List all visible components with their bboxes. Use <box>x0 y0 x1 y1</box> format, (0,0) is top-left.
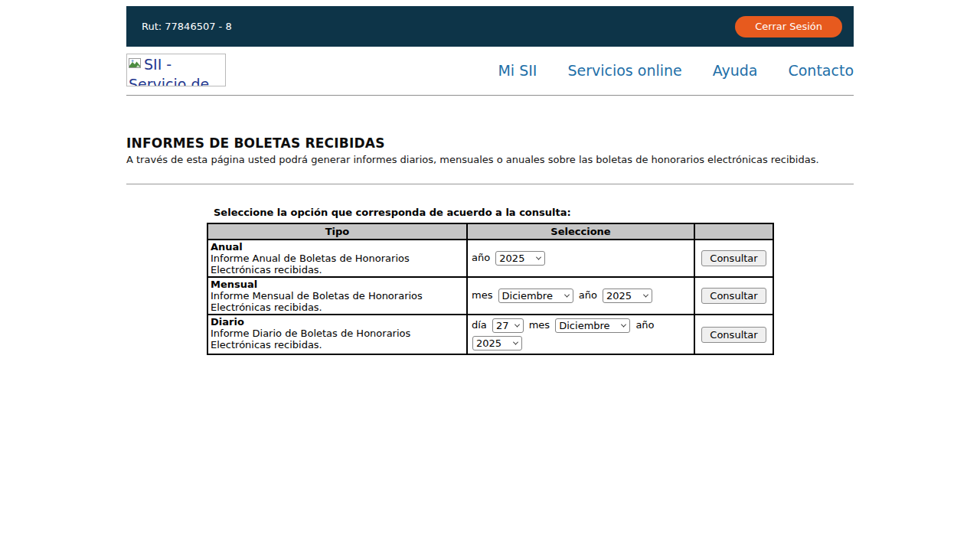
diario-title: Diario <box>211 316 464 328</box>
table-row-diario: Diario Informe Diario de Boletas de Hono… <box>207 315 773 354</box>
consulta-section: Seleccione la opción que corresponda de … <box>207 207 773 355</box>
main-navigation: Mi SII Servicios online Ayuda Contacto <box>498 62 854 79</box>
chevron-down-icon <box>536 255 541 260</box>
diario-day-value: 27 <box>496 320 509 331</box>
diario-month-select[interactable]: Diciembre <box>555 318 630 333</box>
chevron-down-icon <box>564 292 570 298</box>
mensual-year-label: año <box>579 289 597 301</box>
diario-year-value: 2025 <box>476 337 501 349</box>
anual-year-label: año <box>472 252 490 263</box>
anual-title: Anual <box>211 241 464 253</box>
diario-month-label: mes <box>529 319 550 331</box>
broken-image-icon <box>129 57 142 75</box>
consulta-prompt: Seleccione la opción que corresponda de … <box>207 207 773 218</box>
diario-day-label: día <box>472 319 487 331</box>
mensual-month-select[interactable]: Diciembre <box>498 289 573 303</box>
nav-item-ayuda[interactable]: Ayuda <box>713 62 758 79</box>
diario-year-select[interactable]: 2025 <box>472 336 522 350</box>
content-divider <box>126 184 854 184</box>
chevron-down-icon <box>514 322 519 328</box>
page-container: Rut: 77846507 - 8 Cerrar Sesión SII - Se… <box>126 6 854 355</box>
consultar-button-diario[interactable]: Consultar <box>701 327 766 343</box>
site-header: SII - Servicio de Mi SII Servicios onlin… <box>126 54 854 86</box>
anual-description: Informe Anual de Boletas de Honorarios E… <box>211 253 464 276</box>
anual-year-select[interactable]: 2025 <box>495 251 545 266</box>
header-divider <box>126 95 854 96</box>
session-bar: Rut: 77846507 - 8 Cerrar Sesión <box>126 6 854 47</box>
diario-day-select[interactable]: 27 <box>492 318 524 333</box>
table-row-mensual: Mensual Informe Mensual de Boletas de Ho… <box>207 277 773 315</box>
page-subtitle: A través de esta página usted podrá gene… <box>126 154 854 165</box>
diario-year-label: año <box>635 319 654 331</box>
chevron-down-icon <box>621 322 626 328</box>
diario-description: Informe Diario de Boletas de Honorarios … <box>211 328 464 350</box>
mensual-month-label: mes <box>472 289 492 301</box>
mensual-description: Informe Mensual de Boletas de Honorarios… <box>211 290 464 313</box>
logout-button[interactable]: Cerrar Sesión <box>735 16 842 37</box>
consultar-button-anual[interactable]: Consultar <box>701 250 766 266</box>
column-header-action <box>694 223 773 240</box>
diario-month-value: Diciembre <box>559 320 609 331</box>
nav-item-servicios-online[interactable]: Servicios online <box>567 62 681 79</box>
rut-label: Rut: 77846507 - 8 <box>142 21 232 32</box>
consultar-button-mensual[interactable]: Consultar <box>701 288 766 304</box>
column-header-tipo: Tipo <box>207 223 467 240</box>
chevron-down-icon <box>643 292 648 298</box>
report-options-table: Tipo Seleccione Anual Informe Anual de B… <box>207 223 774 355</box>
page-title: INFORMES DE BOLETAS RECIBIDAS <box>126 135 854 151</box>
chevron-down-icon <box>513 340 518 345</box>
table-row-anual: Anual Informe Anual de Boletas de Honora… <box>207 240 773 277</box>
mensual-year-select[interactable]: 2025 <box>603 289 652 303</box>
anual-year-value: 2025 <box>499 253 524 264</box>
column-header-seleccione: Seleccione <box>467 223 694 240</box>
mensual-month-value: Diciembre <box>502 290 553 302</box>
mensual-title: Mensual <box>211 279 464 290</box>
mensual-year-value: 2025 <box>606 290 632 302</box>
table-header-row: Tipo Seleccione <box>207 223 773 240</box>
nav-item-mi-sii[interactable]: Mi SII <box>498 62 537 79</box>
nav-item-contacto[interactable]: Contacto <box>788 62 854 79</box>
sii-logo-broken-image[interactable]: SII - Servicio de <box>126 54 226 86</box>
